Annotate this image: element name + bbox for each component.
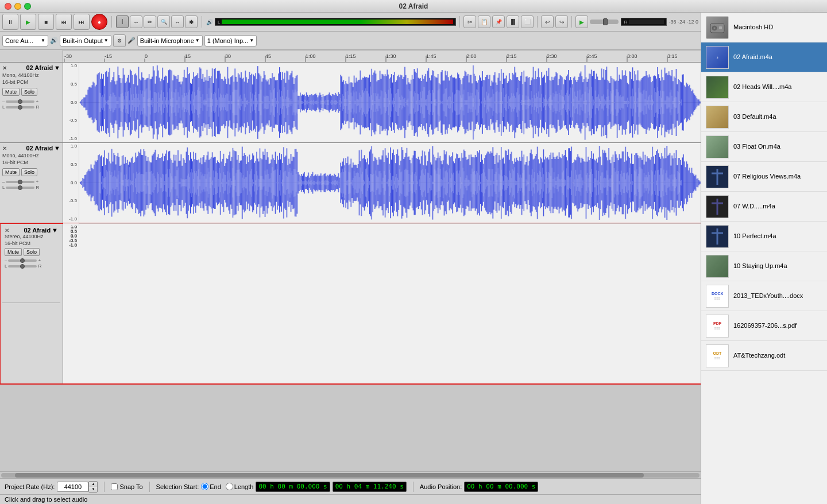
audio-pos-field[interactable]: 00 h 00 m 00.000 s <box>464 482 538 492</box>
track-3-name-dropdown[interactable]: 02 Afraid ▼ <box>24 227 58 234</box>
timeline-ruler[interactable]: -30 -15 0 15 30 45 1:00 1:15 1:3 <box>63 50 701 63</box>
rate-arrows[interactable]: ▲ ▼ <box>88 481 98 493</box>
svg-text:1:00: 1:00 <box>306 53 316 59</box>
maximize-button[interactable] <box>24 3 31 10</box>
minimize-button[interactable] <box>14 3 21 10</box>
output-dropdown[interactable]: Built-in Output ▼ <box>60 35 111 46</box>
track-1-waveform[interactable]: 1.0 0.5 0.0 -0.5 -1.0 <box>63 63 701 142</box>
finder-item-staying[interactable]: 10 Staying Up.m4a <box>701 251 827 281</box>
finder-item-hd[interactable]: Macintosh HD <box>701 13 827 42</box>
track-2-mute[interactable]: Mute <box>2 168 20 176</box>
end-radio-label[interactable]: End <box>201 483 221 490</box>
track-1-pan-slider[interactable] <box>6 106 34 108</box>
input-meter-bar <box>629 20 664 24</box>
track-1-close[interactable]: ✕ <box>2 65 7 71</box>
zoom-tool[interactable]: 🔍 <box>157 15 170 28</box>
play-at-speed-button[interactable]: ▶ <box>575 15 588 28</box>
snap-to-checkbox[interactable] <box>111 483 118 490</box>
svg-text:2:15: 2:15 <box>507 53 517 59</box>
track-3-pan-slider[interactable] <box>8 265 37 267</box>
separator-4 <box>537 16 538 28</box>
copy-button[interactable]: 📋 <box>478 15 490 28</box>
track-1-gain-slider[interactable] <box>6 100 34 103</box>
finder-item-wd[interactable]: 07 W.D.....m4a <box>701 192 827 222</box>
timeshift-tool[interactable]: ↔ <box>171 15 184 28</box>
finder-item-perfect[interactable]: 10 Perfect.m4a <box>701 222 827 251</box>
finder-item-float[interactable]: 03 Float On.m4a <box>701 132 827 162</box>
stop-button[interactable]: ■ <box>38 14 54 30</box>
track-2-pan-slider[interactable] <box>6 187 34 189</box>
track-2-waveform[interactable]: 1.0 0.5 0.0 -0.5 -1.0 <box>63 143 701 223</box>
scrollbar-thumb[interactable] <box>15 473 643 478</box>
manage-devices-button[interactable]: ⚙ <box>113 34 126 47</box>
gain-label: – <box>2 99 5 104</box>
track-1-name-dropdown[interactable]: 02 Afraid ▼ <box>26 64 60 71</box>
record-button[interactable]: ● <box>91 14 107 30</box>
sel-end-field[interactable]: 00 h 04 m 11.240 s <box>333 482 407 492</box>
track-2-y-axis: 1.0 0.5 0.0 -0.5 -1.0 <box>63 143 79 223</box>
input-dropdown[interactable]: Built-in Microphone ▼ <box>137 35 203 46</box>
finder-item-heads[interactable]: 02 Heads Will....m4a <box>701 72 827 102</box>
track-3-waveform[interactable]: 1.0 0.5 0.0 -0.5 -1.0 1.0 0.5 <box>63 223 701 383</box>
track-3-y-axis-lower: 1.0 0.5 0.0 -0.5 -1.0 <box>63 224 79 226</box>
finder-item-odt[interactable]: ODT ≡≡≡ AT&Ttechzang.odt <box>701 341 827 371</box>
audio-position-area: Audio Position: 00 h 00 m 00.000 s <box>420 482 539 492</box>
track-3-mute[interactable]: Mute <box>5 248 22 256</box>
finder-item-tedx[interactable]: DOCX ≡≡≡ 2013_TEDxYouth....docx <box>701 281 827 311</box>
channel-dropdown[interactable]: 1 (Mono) Inp... ▼ <box>204 35 257 46</box>
envelope-tool[interactable]: ↔ <box>130 15 142 28</box>
trim-button[interactable]: ▐▌ <box>507 15 519 28</box>
rate-up[interactable]: ▲ <box>89 482 97 487</box>
end-radio[interactable] <box>201 483 208 490</box>
track-2-name-dropdown[interactable]: 02 Afraid ▼ <box>26 145 60 152</box>
docx-label: DOCX <box>712 292 723 296</box>
hd-icon <box>709 19 726 36</box>
track-2-close[interactable]: ✕ <box>2 145 7 152</box>
redo-button[interactable]: ↪ <box>555 15 568 28</box>
output-meter-bar <box>222 20 453 24</box>
mic-icon: 🎤 <box>127 37 136 44</box>
undo-button[interactable]: ↩ <box>541 15 554 28</box>
track-3-upper-channel: 1.0 0.5 0.0 -0.5 -1.0 <box>63 223 701 224</box>
track-2-solo[interactable]: Solo <box>21 168 37 176</box>
project-rate-label: Project Rate (Hz): <box>5 483 55 490</box>
separator-1 <box>111 16 112 28</box>
pause-button[interactable]: ⏸ <box>2 14 18 30</box>
selection-tool[interactable]: I <box>116 15 129 28</box>
svg-text:30: 30 <box>225 53 231 59</box>
core-audio-dropdown[interactable]: Core Au... ▼ <box>2 35 48 46</box>
finder-item-religious[interactable]: 07 Religious Views.m4a <box>701 162 827 192</box>
track-3-close[interactable]: ✕ <box>5 227 9 234</box>
horizontal-scrollbar[interactable] <box>0 471 701 478</box>
speed-slider[interactable] <box>590 20 619 24</box>
rate-down[interactable]: ▼ <box>89 487 97 492</box>
selection-start-area: Selection Start: End Length 00 h 0 <box>156 482 407 492</box>
track-2-gain-slider[interactable] <box>6 181 34 183</box>
skip-end-button[interactable]: ⏭ <box>74 14 90 30</box>
paste-button[interactable]: 📌 <box>492 15 505 28</box>
track-1-solo[interactable]: Solo <box>21 88 37 96</box>
speaker-icon: 🔊 <box>206 19 213 25</box>
length-radio[interactable] <box>226 483 233 490</box>
finder-item-default[interactable]: 03 Default.m4a <box>701 102 827 132</box>
skip-start-button[interactable]: ⏮ <box>56 14 72 30</box>
silence-button[interactable]: ⬜ <box>521 15 534 28</box>
track-1-mute[interactable]: Mute <box>2 88 20 96</box>
sel-start-field[interactable]: 00 h 00 m 00.000 s <box>256 482 330 492</box>
project-rate-input[interactable]: 44100 <box>57 482 88 492</box>
multi-tool[interactable]: ✱ <box>185 15 198 28</box>
draw-tool[interactable]: ✏ <box>144 15 156 28</box>
tools-toolbar: I ↔ ✏ 🔍 ↔ ✱ <box>116 15 198 28</box>
finder-thumb-perfect <box>706 225 729 248</box>
play-button[interactable]: ▶ <box>20 14 36 30</box>
close-button[interactable] <box>5 3 11 10</box>
finder-item-afraid[interactable]: ♪ 02 Afraid.m4a <box>701 42 827 72</box>
track-3-gain-slider[interactable] <box>8 259 37 262</box>
cut-button[interactable]: ✂ <box>463 15 476 28</box>
gain-plus: + <box>36 99 38 104</box>
meter-label: L <box>218 20 220 25</box>
track-3-solo[interactable]: Solo <box>24 248 40 256</box>
project-rate-area: Project Rate (Hz): 44100 ▲ ▼ <box>5 481 98 493</box>
finder-item-pdf[interactable]: PDF ≡≡≡ 162069357-206...s.pdf <box>701 311 827 341</box>
length-radio-label[interactable]: Length <box>226 483 254 490</box>
